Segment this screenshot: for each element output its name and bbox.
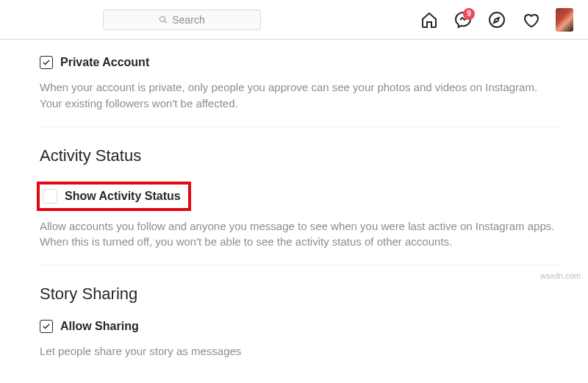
notification-badge: 9 xyxy=(463,8,475,20)
private-account-checkbox[interactable] xyxy=(40,56,53,69)
activity-status-label: Show Activity Status xyxy=(65,190,181,203)
search-container: Search xyxy=(103,10,261,30)
messenger-icon[interactable]: 9 xyxy=(454,11,472,29)
activity-status-checkbox[interactable] xyxy=(43,189,57,204)
activity-status-title: Activity Status xyxy=(40,146,562,165)
allow-sharing-row: Allow Sharing xyxy=(40,320,562,333)
activity-status-section: Activity Status Show Activity Status All… xyxy=(40,127,562,266)
private-account-label: Private Account xyxy=(60,56,149,69)
story-sharing-description: Let people share your story as messages xyxy=(40,343,562,359)
home-icon[interactable] xyxy=(420,11,438,29)
story-sharing-section: Story Sharing Allow Sharing Let people s… xyxy=(40,265,562,374)
private-account-description: When your account is private, only peopl… xyxy=(40,79,562,112)
search-icon xyxy=(159,15,168,24)
checkmark-icon xyxy=(42,322,51,331)
svg-point-0 xyxy=(490,12,504,27)
checkmark-icon xyxy=(42,58,51,67)
private-account-row: Private Account xyxy=(40,56,562,69)
explore-icon[interactable] xyxy=(488,11,506,29)
settings-content: Private Account When your account is pri… xyxy=(0,40,588,374)
allow-sharing-label: Allow Sharing xyxy=(60,320,139,333)
top-nav-bar: Search 9 xyxy=(0,0,588,40)
search-placeholder: Search xyxy=(172,14,204,26)
allow-sharing-checkbox[interactable] xyxy=(40,320,53,333)
heart-icon[interactable] xyxy=(522,11,539,29)
nav-icons: 9 xyxy=(420,8,573,32)
highlight-box: Show Activity Status xyxy=(37,182,191,211)
watermark: wsxdn.com xyxy=(540,271,581,280)
private-account-section: Private Account When your account is pri… xyxy=(40,40,562,127)
search-input[interactable]: Search xyxy=(103,10,261,30)
avatar[interactable] xyxy=(556,8,573,32)
story-sharing-title: Story Sharing xyxy=(40,284,562,304)
activity-status-description: Allow accounts you follow and anyone you… xyxy=(40,218,562,251)
